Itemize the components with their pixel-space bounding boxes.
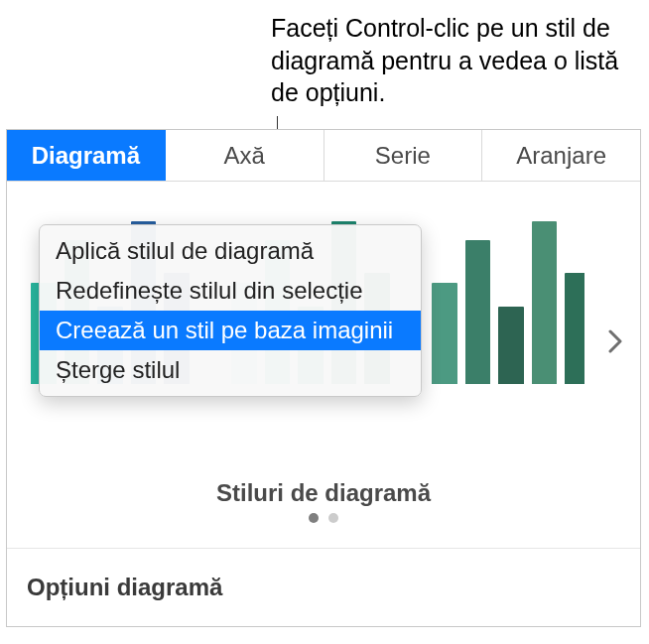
menu-delete-style[interactable]: Șterge stilul (40, 350, 421, 390)
chevron-right-icon (608, 329, 622, 353)
page-dot[interactable] (309, 513, 319, 523)
tab-diagram[interactable]: Diagramă (7, 130, 166, 181)
menu-create-style[interactable]: Creează un stil pe baza imaginii (40, 311, 421, 350)
tab-arrange[interactable]: Aranjare (482, 130, 640, 181)
thumb-bar (498, 307, 524, 384)
thumb-bar (432, 283, 457, 384)
page-dots (7, 513, 640, 523)
menu-redefine-style[interactable]: Redefinește stilul din selecție (40, 271, 421, 311)
context-menu: Aplică stilul de diagramă Redefinește st… (39, 224, 422, 397)
chart-style-thumb[interactable] (426, 199, 584, 388)
options-disclosure[interactable]: Opțiuni diagramă (7, 549, 640, 626)
thumb-bar (465, 240, 491, 384)
page-dot[interactable] (328, 513, 338, 523)
tab-bar: Diagramă Axă Serie Aranjare (7, 130, 640, 182)
thumb-bar (532, 221, 558, 384)
next-page-arrow[interactable] (604, 322, 626, 360)
chart-styles-title: Stiluri de diagramă (7, 479, 640, 507)
thumb-bar (565, 273, 584, 384)
callout-annotation: Faceți Control-clic pe un stil de diagra… (271, 12, 623, 109)
tab-axis[interactable]: Axă (166, 130, 324, 181)
tab-series[interactable]: Serie (324, 130, 483, 181)
menu-apply-style[interactable]: Aplică stilul de diagramă (40, 231, 421, 271)
